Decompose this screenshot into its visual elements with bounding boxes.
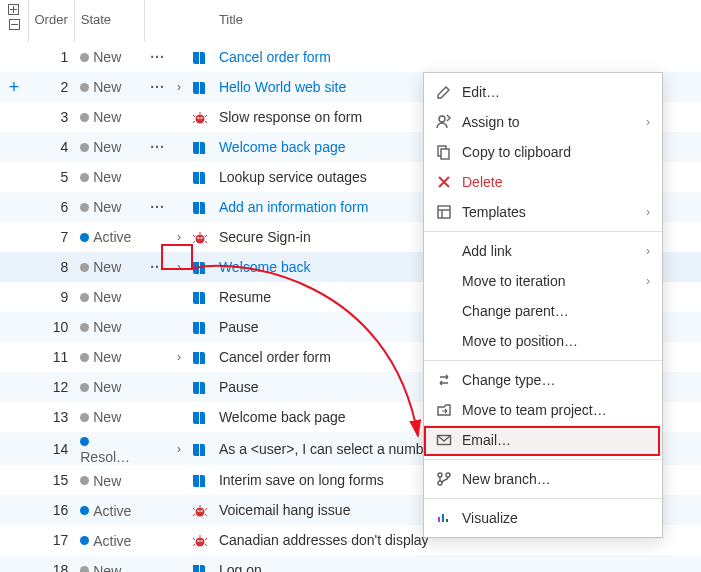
- chevron-right-icon: ›: [646, 115, 650, 129]
- state-dot-icon: [80, 263, 89, 272]
- order-cell: 13: [28, 402, 74, 432]
- svg-point-8: [197, 117, 199, 119]
- svg-point-18: [195, 235, 204, 244]
- svg-rect-53: [441, 149, 449, 159]
- svg-point-35: [197, 510, 199, 512]
- state-cell: Active: [74, 495, 144, 525]
- svg-rect-32: [199, 444, 200, 456]
- state-dot-icon: [80, 506, 89, 515]
- story-icon: [187, 372, 213, 402]
- visualize-icon: [436, 510, 462, 526]
- menu-item-change-parent[interactable]: Change parent…: [424, 296, 662, 326]
- state-cell: New: [74, 465, 144, 495]
- chevron-right-icon[interactable]: ›: [177, 350, 181, 364]
- menu-item-change-type[interactable]: Change type…: [424, 365, 662, 395]
- story-icon: [187, 132, 213, 162]
- state-cell: New: [74, 192, 144, 222]
- svg-point-34: [195, 508, 204, 517]
- col-state[interactable]: State: [74, 0, 144, 42]
- chevron-right-icon[interactable]: ›: [177, 442, 181, 456]
- menu-item-label: Visualize: [462, 510, 650, 526]
- state-cell: New: [74, 162, 144, 192]
- branch-icon: [436, 471, 462, 487]
- menu-item-label: Email…: [462, 432, 650, 448]
- bug-icon: [187, 525, 213, 555]
- svg-line-23: [205, 235, 207, 237]
- menu-item-edit[interactable]: Edit…: [424, 77, 662, 107]
- svg-line-14: [205, 121, 207, 123]
- state-cell: New: [74, 312, 144, 342]
- bug-icon: [187, 102, 213, 132]
- menu-item-label: Add link: [462, 243, 640, 259]
- more-actions-icon[interactable]: ···: [150, 199, 165, 215]
- state-cell: New: [74, 555, 144, 572]
- more-actions-icon[interactable]: ···: [150, 259, 165, 275]
- menu-item-templates[interactable]: Templates›: [424, 197, 662, 227]
- svg-line-24: [193, 241, 195, 243]
- state-dot-icon: [80, 293, 89, 302]
- state-cell: New: [74, 372, 144, 402]
- menu-item-move-to-iteration[interactable]: Move to iteration›: [424, 266, 662, 296]
- chevron-right-icon[interactable]: ›: [177, 230, 181, 244]
- work-item-row[interactable]: 18NewLog on: [0, 555, 701, 572]
- story-icon: [187, 312, 213, 342]
- col-title[interactable]: Title: [213, 0, 701, 42]
- menu-item-delete[interactable]: Delete: [424, 167, 662, 197]
- menu-item-new-branch[interactable]: New branch…: [424, 464, 662, 494]
- chevron-right-icon[interactable]: ›: [177, 260, 181, 274]
- menu-item-add-link[interactable]: Add link›: [424, 236, 662, 266]
- menu-item-label: Move to iteration: [462, 273, 640, 289]
- expand-collapse-header[interactable]: [0, 0, 28, 42]
- svg-rect-15: [199, 142, 200, 154]
- menu-item-move-to-team-project[interactable]: Move to team project…: [424, 395, 662, 425]
- state-cell: New: [74, 342, 144, 372]
- svg-point-44: [200, 540, 202, 542]
- chevron-right-icon[interactable]: ›: [177, 80, 181, 94]
- state-dot-icon: [80, 383, 89, 392]
- svg-line-46: [193, 538, 195, 540]
- svg-point-7: [195, 115, 204, 124]
- menu-item-label: Templates: [462, 204, 640, 220]
- menu-item-label: Delete: [462, 174, 650, 190]
- more-actions-icon[interactable]: ···: [150, 139, 165, 155]
- order-cell: 7: [28, 222, 74, 252]
- svg-rect-5: [199, 52, 200, 64]
- menu-item-copy-to-clipboard[interactable]: Copy to clipboard: [424, 137, 662, 167]
- story-icon: [187, 402, 213, 432]
- svg-rect-63: [446, 519, 448, 522]
- order-cell: 5: [28, 162, 74, 192]
- svg-rect-50: [199, 565, 200, 572]
- svg-rect-26: [199, 262, 200, 274]
- menu-separator: [424, 360, 662, 361]
- story-icon: [187, 342, 213, 372]
- state-cell: New: [74, 42, 144, 72]
- copy-icon: [436, 144, 462, 160]
- menu-item-assign-to[interactable]: Assign to›: [424, 107, 662, 137]
- menu-item-visualize[interactable]: Visualize: [424, 503, 662, 533]
- assign-icon: [436, 114, 462, 130]
- svg-line-41: [205, 514, 207, 516]
- state-dot-icon: [80, 113, 89, 122]
- svg-line-13: [193, 121, 195, 123]
- story-icon: [187, 432, 213, 465]
- svg-line-40: [193, 514, 195, 516]
- title-cell[interactable]: Cancel order form: [213, 42, 701, 72]
- svg-line-12: [205, 115, 207, 117]
- order-cell: 3: [28, 102, 74, 132]
- svg-line-38: [193, 508, 195, 510]
- svg-point-60: [446, 473, 450, 477]
- svg-point-19: [197, 237, 199, 239]
- menu-item-move-to-position[interactable]: Move to position…: [424, 326, 662, 356]
- menu-item-email[interactable]: Email…: [424, 425, 662, 455]
- menu-separator: [424, 498, 662, 499]
- add-item-icon[interactable]: +: [9, 77, 20, 97]
- work-item-row[interactable]: 1New···Cancel order form: [0, 42, 701, 72]
- col-order[interactable]: Order: [28, 0, 74, 42]
- title-cell[interactable]: Log on: [213, 555, 701, 572]
- context-menu: Edit…Assign to›Copy to clipboardDeleteTe…: [423, 72, 663, 538]
- svg-line-25: [205, 241, 207, 243]
- state-cell: New: [74, 102, 144, 132]
- more-actions-icon[interactable]: ···: [150, 49, 165, 65]
- more-actions-icon[interactable]: ···: [150, 79, 165, 95]
- order-cell: 15: [28, 465, 74, 495]
